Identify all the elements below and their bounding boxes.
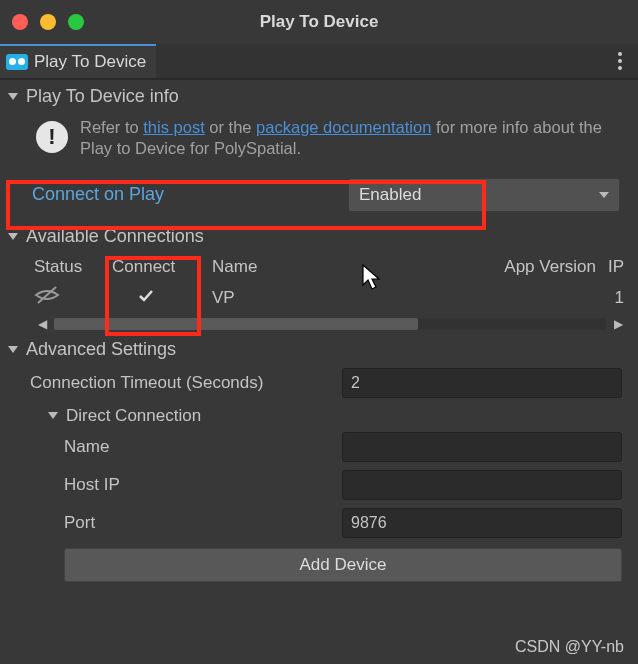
link-package-docs[interactable]: package documentation — [256, 118, 431, 136]
scroll-thumb[interactable] — [54, 318, 418, 330]
status-hidden-icon — [34, 285, 112, 310]
col-header-app-version: App Version — [466, 257, 596, 277]
check-icon — [136, 286, 156, 306]
chevron-down-icon — [599, 192, 609, 198]
foldout-icon — [8, 93, 18, 100]
direct-name-row: Name — [8, 428, 630, 466]
watermark: CSDN @YY-nb — [515, 638, 624, 656]
connection-tail: 1 — [596, 288, 626, 308]
direct-port-row: Port — [8, 504, 630, 542]
direct-host-input[interactable] — [342, 470, 622, 500]
section-advanced-settings[interactable]: Advanced Settings — [8, 333, 630, 364]
foldout-icon — [8, 233, 18, 240]
section-title: Play To Device info — [26, 86, 179, 107]
col-header-ip: IP — [596, 257, 626, 277]
foldout-icon — [8, 346, 18, 353]
section-direct-connection[interactable]: Direct Connection — [8, 402, 630, 428]
info-icon: ! — [36, 121, 68, 153]
link-this-post[interactable]: this post — [143, 118, 204, 136]
scroll-left-icon[interactable]: ◀ — [34, 317, 50, 331]
connect-on-play-label: Connect on Play — [32, 184, 348, 205]
info-text: Refer to this post or the package docume… — [80, 117, 622, 160]
tab-play-to-device[interactable]: Play To Device — [0, 44, 156, 78]
section-title: Advanced Settings — [26, 339, 176, 360]
col-header-connect: Connect — [112, 257, 212, 277]
direct-port-input[interactable] — [342, 508, 622, 538]
tab-bar: Play To Device — [0, 44, 638, 80]
section-title: Direct Connection — [66, 406, 201, 426]
connection-timeout-input[interactable] — [342, 368, 622, 398]
direct-name-input[interactable] — [342, 432, 622, 462]
minimize-window-button[interactable] — [40, 14, 56, 30]
connections-table-header: Status Connect Name App Version IP — [8, 251, 630, 281]
window-titlebar: Play To Device — [0, 0, 638, 44]
maximize-window-button[interactable] — [68, 14, 84, 30]
connection-row[interactable]: VP 1 — [8, 281, 630, 315]
scroll-track[interactable] — [54, 318, 606, 330]
close-window-button[interactable] — [12, 14, 28, 30]
col-header-name: Name — [212, 257, 466, 277]
add-device-button[interactable]: Add Device — [64, 548, 622, 582]
col-header-status: Status — [34, 257, 112, 277]
section-available-connections[interactable]: Available Connections — [8, 220, 630, 251]
horizontal-scrollbar[interactable]: ◀ ▶ — [8, 315, 630, 333]
section-play-to-device-info[interactable]: Play To Device info — [8, 80, 630, 111]
foldout-icon — [48, 412, 58, 419]
dropdown-value: Enabled — [359, 185, 421, 205]
tab-label: Play To Device — [34, 52, 146, 72]
connect-checkbox-cell[interactable] — [112, 286, 212, 310]
direct-port-label: Port — [64, 513, 342, 533]
section-title: Available Connections — [26, 226, 204, 247]
scroll-right-icon[interactable]: ▶ — [610, 317, 626, 331]
direct-host-label: Host IP — [64, 475, 342, 495]
connection-name: VP — [212, 288, 466, 308]
svg-line-0 — [38, 287, 56, 303]
info-help-box: ! Refer to this post or the package docu… — [8, 111, 630, 170]
traffic-lights — [12, 14, 84, 30]
tab-menu-button[interactable] — [618, 52, 622, 70]
vr-goggles-icon — [6, 54, 28, 70]
direct-host-row: Host IP — [8, 466, 630, 504]
direct-name-label: Name — [64, 437, 342, 457]
connection-timeout-row: Connection Timeout (Seconds) — [8, 364, 630, 402]
connect-on-play-row: Connect on Play Enabled — [8, 170, 630, 220]
connection-timeout-label: Connection Timeout (Seconds) — [30, 373, 342, 393]
window-title: Play To Device — [0, 12, 638, 32]
connect-on-play-dropdown[interactable]: Enabled — [348, 178, 620, 212]
